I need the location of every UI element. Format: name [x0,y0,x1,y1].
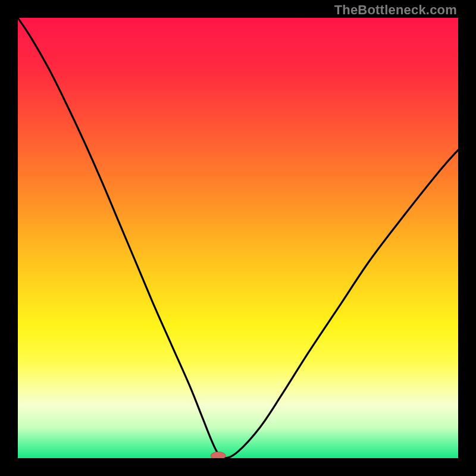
chart-frame: TheBottleneck.com [0,0,476,476]
attribution-label: TheBottleneck.com [334,2,457,18]
gradient-background [18,18,458,458]
plot-area [18,18,458,458]
